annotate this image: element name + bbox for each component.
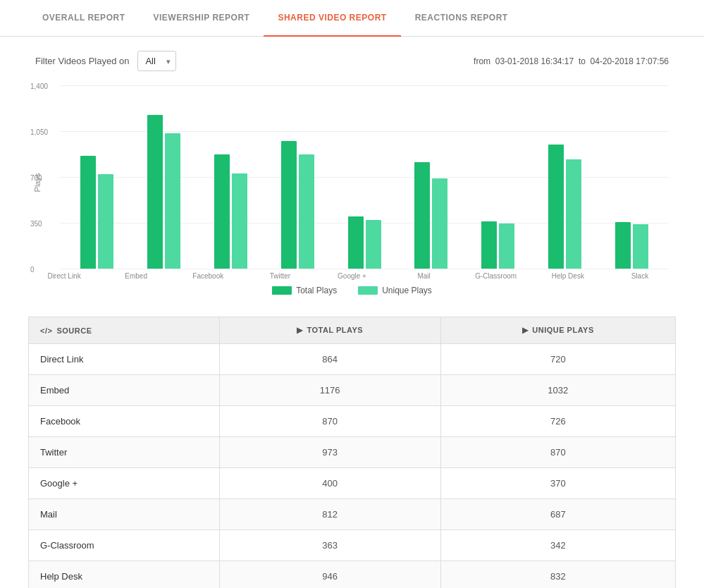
cell-unique: 1032 <box>440 375 675 406</box>
table-row: Twitter973870 <box>29 437 676 468</box>
data-table: </>SOURCE ▶TOTAL PLAYS ▶UNIQUE PLAYS Dir… <box>28 317 676 588</box>
bar-unique <box>633 224 648 269</box>
bar-unique <box>165 133 180 269</box>
cell-total: 946 <box>219 561 440 589</box>
bar-unique <box>366 220 381 269</box>
table-row: Google +400370 <box>29 468 676 499</box>
bar-total <box>281 141 297 269</box>
bar-x-label: Slack <box>604 269 676 280</box>
cell-total: 812 <box>219 499 440 530</box>
y-gridline-label: 1,050 <box>30 128 48 136</box>
tab-shared-video-report[interactable]: SHARED VIDEO REPORT <box>264 0 400 37</box>
filter-row: Filter Videos Played on All from 03-01-2… <box>0 51 704 85</box>
bar-group-g-classroom <box>464 221 531 269</box>
filter-label: Filter Videos Played on <box>35 56 129 66</box>
cell-unique: 726 <box>440 406 675 437</box>
cell-source: Embed <box>29 375 220 406</box>
cell-source: Twitter <box>29 437 220 468</box>
bar-group-mail <box>397 162 464 269</box>
bar-group-google-plus <box>331 216 398 269</box>
chart-container: Plays 1,4001,0507003500 Direct LinkEmbed… <box>0 85 704 317</box>
bar-unique <box>299 154 314 269</box>
cell-unique: 870 <box>440 437 675 468</box>
bar-x-label: Direct Link <box>28 269 100 280</box>
bar-unique <box>566 159 581 269</box>
bar-x-label: G-Classroom <box>460 269 532 280</box>
cell-unique: 342 <box>440 530 675 561</box>
bar-x-label: Help Desk <box>532 269 604 280</box>
cell-unique: 832 <box>440 561 675 589</box>
bar-total <box>147 115 163 269</box>
tabs-nav: OVERALL REPORTVIEWERSHIP REPORTSHARED VI… <box>0 0 704 37</box>
table-container: </>SOURCE ▶TOTAL PLAYS ▶UNIQUE PLAYS Dir… <box>0 317 704 588</box>
cell-unique: 687 <box>440 499 675 530</box>
bar-unique <box>432 178 447 269</box>
legend-total: Total Plays <box>272 286 337 295</box>
table-row: Help Desk946832 <box>29 561 676 589</box>
bar-unique <box>232 173 247 269</box>
legend-unique-label: Unique Plays <box>382 286 432 295</box>
cell-total: 363 <box>219 530 440 561</box>
legend-total-swatch <box>272 286 292 295</box>
bar-group-slack <box>598 222 665 269</box>
cell-unique: 720 <box>440 344 675 375</box>
date-range: from 03-01-2018 16:34:17 to 04-20-2018 1… <box>474 56 669 66</box>
table-row: G-Classroom363342 <box>29 530 676 561</box>
bar-total <box>481 221 497 269</box>
cell-source: Mail <box>29 499 220 530</box>
chart-legend: Total Plays Unique Plays <box>28 286 676 295</box>
bar-group-embed <box>130 115 197 269</box>
cell-unique: 370 <box>440 468 675 499</box>
bar-total <box>348 216 364 269</box>
col-total: ▶TOTAL PLAYS <box>219 317 440 344</box>
cell-total: 973 <box>219 437 440 468</box>
legend-unique: Unique Plays <box>358 286 432 295</box>
cell-source: Google + <box>29 468 220 499</box>
table-row: Mail812687 <box>29 499 676 530</box>
y-gridline-label: 350 <box>30 220 42 228</box>
bar-x-label: Facebook <box>172 269 244 280</box>
legend-total-label: Total Plays <box>296 286 337 295</box>
bar-group-twitter <box>264 141 331 269</box>
table-row: Facebook870726 <box>29 406 676 437</box>
tab-reactions-report[interactable]: REACTIONS REPORT <box>401 0 522 37</box>
cell-source: Facebook <box>29 406 220 437</box>
col-unique: ▶UNIQUE PLAYS <box>440 317 675 344</box>
bar-unique <box>98 174 113 269</box>
bar-total <box>548 145 564 269</box>
cell-total: 864 <box>219 344 440 375</box>
bar-group-facebook <box>197 154 264 269</box>
bar-group-help-desk <box>531 145 598 269</box>
cell-source: G-Classroom <box>29 530 220 561</box>
bar-x-label: Twitter <box>244 269 316 280</box>
bar-group-direct-link <box>63 156 130 269</box>
bar-total <box>615 222 631 269</box>
bar-total <box>214 154 230 269</box>
bar-x-label: Embed <box>100 269 172 280</box>
bar-x-label: Google + <box>316 269 388 280</box>
filter-select[interactable]: All <box>137 51 176 71</box>
tab-viewership-report[interactable]: VIEWERSHIP REPORT <box>139 0 264 37</box>
bar-total <box>414 162 430 269</box>
cell-source: Help Desk <box>29 561 220 589</box>
bar-unique <box>499 223 514 269</box>
legend-unique-swatch <box>358 286 378 295</box>
table-row: Embed11761032 <box>29 375 676 406</box>
cell-total: 870 <box>219 406 440 437</box>
tab-overall-report[interactable]: OVERALL REPORT <box>28 0 139 37</box>
table-header-row: </>SOURCE ▶TOTAL PLAYS ▶UNIQUE PLAYS <box>29 317 676 344</box>
cell-total: 1176 <box>219 375 440 406</box>
cell-source: Direct Link <box>29 344 220 375</box>
y-axis-label: Plays <box>33 173 42 192</box>
bar-total <box>80 156 96 269</box>
table-row: Direct Link864720 <box>29 344 676 375</box>
col-source: </>SOURCE <box>29 317 220 344</box>
bar-x-label: Mail <box>388 269 460 280</box>
cell-total: 400 <box>219 468 440 499</box>
